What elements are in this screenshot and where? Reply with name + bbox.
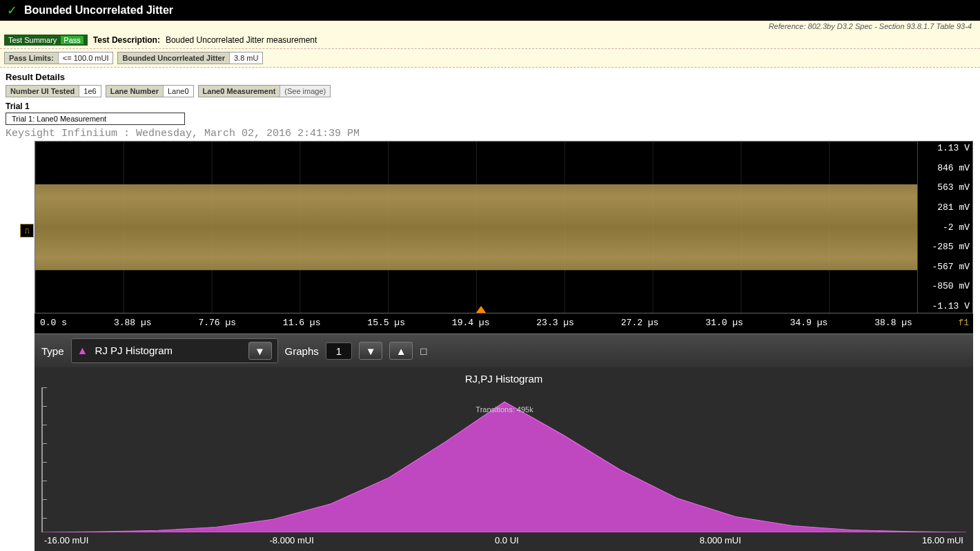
scope-y-axis: 1.13 V 846 mV 563 mV 281 mV -2 mV -285 m… (917, 142, 972, 313)
histogram-type-value: RJ PJ Histogram (95, 345, 173, 356)
lane0-measurement-field: Lane0 Measurement (See image) (198, 85, 331, 97)
histogram-x-axis: -16.00 mUI -8.000 mUI 0.0 UI 8.000 mUI 1… (41, 535, 966, 545)
scope-x-axis: 0.0 s 3.88 µs 7.76 µs 11.6 µs 15.5 µs 19… (35, 313, 973, 334)
scope-channel: f1 (918, 318, 973, 328)
pass-limits-value: <= 100.0 mUI (59, 52, 113, 64)
result-details-heading: Result Details (6, 72, 974, 82)
buj-value: 3.8 mU (230, 52, 262, 64)
histogram-y-ticks (41, 387, 47, 519)
histogram-triangle-icon: ▲ (77, 345, 88, 356)
graphs-value: 1 (326, 342, 352, 360)
trigger-marker-icon (476, 306, 486, 313)
buj-label: Bounded Uncorrleated Jitter (118, 52, 230, 64)
histogram-title: RJ,PJ Histogram (41, 373, 966, 385)
buj-field: Bounded Uncorrleated Jitter 3.8 mU (117, 52, 263, 64)
histogram-panel: RJ,PJ Histogram Transitions: 495k -16.00… (35, 367, 973, 551)
histogram-control-bar: Type ▲ RJ PJ Histogram ▼ Graphs 1 ▼ ▲ ◻ (35, 334, 973, 367)
histogram-type-select[interactable]: ▲ RJ PJ Histogram ▼ (71, 338, 278, 363)
summary-row: Test Summary Pass Test Description: Boud… (0, 32, 980, 49)
pass-limits-field: Pass Limits: <= 100.0 mUI (4, 52, 113, 64)
trial-caption: Trial 1: Lane0 Measurement (6, 113, 185, 125)
pass-limits-row: Pass Limits: <= 100.0 mUI Bounded Uncorr… (0, 49, 980, 68)
transitions-label: Transitions: 495k (476, 405, 533, 414)
graphs-up-button[interactable]: ▲ (389, 342, 413, 360)
result-details: Result Details Number UI Tested 1e6 Lane… (0, 68, 980, 126)
scope-panel: ⎍ 1.13 V 846 mV 563 mV 281 mV -2 mV -285… (35, 141, 973, 313)
graphs-label: Graphs (285, 345, 319, 357)
trial-label: Trial 1 (6, 102, 974, 111)
details-row: Number UI Tested 1e6 Lane Number Lane0 L… (6, 85, 974, 97)
reference-line: Reference: 802.3by D3.2 Spec - Section 9… (0, 21, 980, 32)
histogram-plot[interactable]: Transitions: 495k (41, 387, 966, 532)
trigger-icon[interactable]: ⎍ (20, 224, 34, 238)
pass-check-icon: ✓ (7, 3, 17, 18)
pass-limits-label: Pass Limits: (5, 52, 59, 64)
test-description-value: Bouded Uncorrelated Jitter measurement (166, 35, 317, 45)
scope-canvas[interactable] (35, 142, 917, 313)
test-title: Bounded Uncorrelated Jitter (24, 4, 173, 17)
dock-icon[interactable]: ◻ (420, 345, 428, 356)
test-summary-label: Test Summary (8, 36, 57, 44)
pass-badge: Pass (61, 36, 83, 44)
type-dropdown-icon[interactable]: ▼ (248, 342, 272, 360)
test-description-label: Test Description: (93, 35, 160, 45)
type-label: Type (41, 345, 64, 357)
lane-number-field: Lane Number Lane0 (106, 85, 194, 97)
num-ui-tested-field: Number UI Tested 1e6 (6, 85, 101, 97)
waveform-eye (35, 184, 917, 270)
test-summary-tab[interactable]: Test Summary Pass (4, 35, 88, 46)
graphs-down-button[interactable]: ▼ (359, 342, 382, 360)
title-bar: ✓ Bounded Uncorrelated Jitter (0, 0, 980, 21)
scope-timestamp: Keysight Infiniium : Wednesday, March 02… (0, 126, 980, 141)
